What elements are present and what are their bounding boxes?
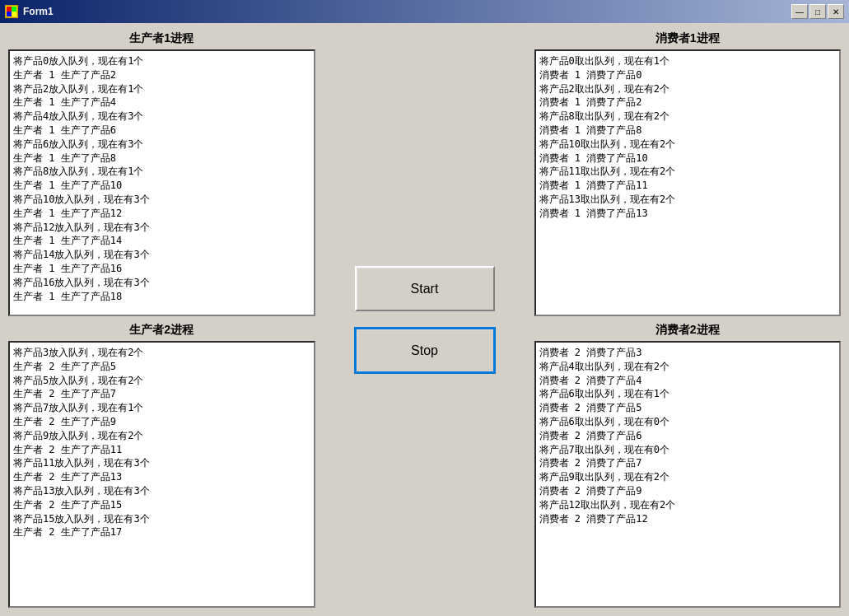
app-icon (5, 5, 18, 18)
main-window: Form1 — □ ✕ 生产者1进程 将产品0放入队列，现在有1个 生产者 1 … (0, 0, 849, 616)
consumer2-title: 消费者2进程 (534, 323, 842, 338)
middle-panel: Start Stop (322, 31, 528, 608)
stop-button[interactable]: Stop (355, 328, 495, 373)
client-area: 生产者1进程 将产品0放入队列，现在有1个 生产者 1 生产了产品2 将产品2放… (0, 23, 849, 616)
consumer2-textbox: 消费者 2 消费了产品3 将产品4取出队列，现在有2个 消费者 2 消费了产品4… (534, 341, 842, 608)
svg-rect-3 (12, 12, 16, 16)
svg-rect-1 (12, 7, 16, 12)
start-button[interactable]: Start (355, 266, 495, 311)
maximize-button[interactable]: □ (809, 4, 826, 19)
consumer1-title: 消费者1进程 (534, 31, 842, 46)
consumer2-panel: 消费者2进程 消费者 2 消费了产品3 将产品4取出队列，现在有2个 消费者 2… (534, 323, 842, 608)
title-buttons: — □ ✕ (791, 4, 844, 19)
consumer1-panel: 消费者1进程 将产品0取出队列，现在有1个 消费者 1 消费了产品0 将产品2取… (534, 31, 842, 316)
producer1-title: 生产者1进程 (8, 31, 315, 46)
title-bar: Form1 — □ ✕ (0, 0, 849, 23)
producer2-textbox: 将产品3放入队列，现在有2个 生产者 2 生产了产品5 将产品5放入队列，现在有… (8, 341, 315, 608)
producer2-panel: 生产者2进程 将产品3放入队列，现在有2个 生产者 2 生产了产品5 将产品5放… (8, 323, 315, 608)
consumer1-content[interactable]: 将产品0取出队列，现在有1个 消费者 1 消费了产品0 将产品2取出队列，现在有… (536, 51, 840, 315)
producer1-textbox: 将产品0放入队列，现在有1个 生产者 1 生产了产品2 将产品2放入队列，现在有… (8, 49, 315, 316)
close-button[interactable]: ✕ (828, 4, 844, 19)
svg-rect-2 (7, 12, 12, 16)
consumer1-textbox: 将产品0取出队列，现在有1个 消费者 1 消费了产品0 将产品2取出队列，现在有… (534, 49, 842, 316)
producer2-title: 生产者2进程 (8, 323, 315, 338)
window-title: Form1 (23, 6, 54, 17)
producer1-content[interactable]: 将产品0放入队列，现在有1个 生产者 1 生产了产品2 将产品2放入队列，现在有… (10, 51, 314, 315)
producer1-panel: 生产者1进程 将产品0放入队列，现在有1个 生产者 1 生产了产品2 将产品2放… (8, 31, 315, 316)
svg-rect-0 (7, 7, 12, 12)
title-bar-left: Form1 (5, 5, 54, 18)
consumer2-content[interactable]: 消费者 2 消费了产品3 将产品4取出队列，现在有2个 消费者 2 消费了产品4… (536, 343, 840, 606)
producer2-content[interactable]: 将产品3放入队列，现在有2个 生产者 2 生产了产品5 将产品5放入队列，现在有… (10, 343, 314, 606)
minimize-button[interactable]: — (791, 4, 808, 19)
